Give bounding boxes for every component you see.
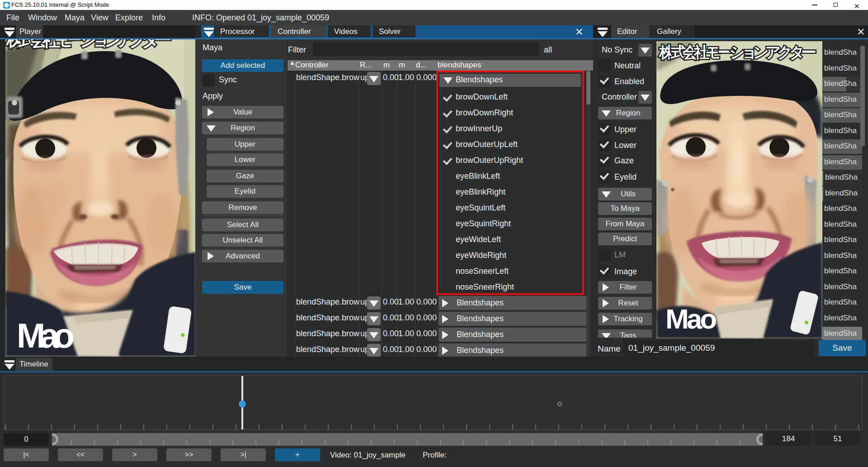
svg-text:株式会社モーションアクター: 株式会社モーションアクター xyxy=(5,39,172,49)
svg-text:株式会社モーションアクター: 株式会社モーションアクター xyxy=(658,43,816,61)
svg-text:Mao: Mao xyxy=(17,316,75,355)
svg-text:Mao: Mao xyxy=(665,303,717,334)
